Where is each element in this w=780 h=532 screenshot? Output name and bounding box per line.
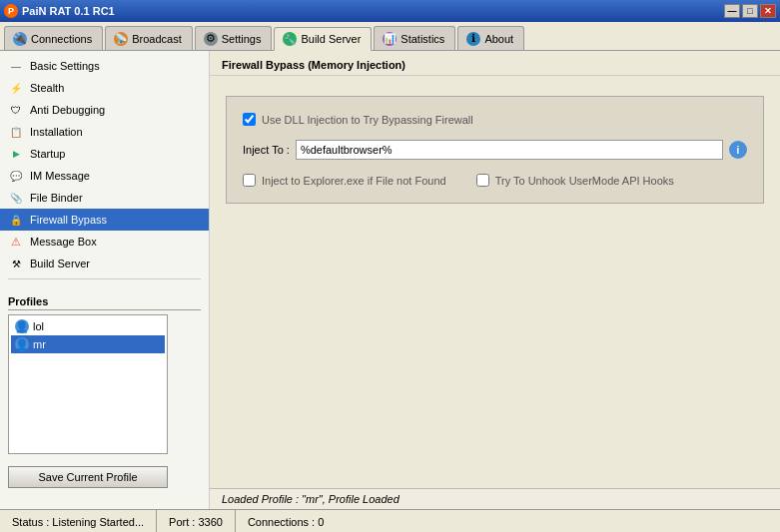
dll-injection-checkbox[interactable] (243, 113, 256, 126)
firewall-icon (8, 212, 24, 228)
sidebar-label-stealth: Stealth (30, 82, 64, 94)
tab-statistics[interactable]: Statistics (374, 26, 455, 50)
sidebar-label-buildserver: Build Server (30, 258, 90, 269)
sidebar-item-message-box[interactable]: Message Box (0, 231, 209, 253)
inject-explorer-label: Inject to Explorer.exe if File not Found (262, 175, 446, 187)
inject-to-label: Inject To : (243, 144, 290, 156)
tab-about[interactable]: About (457, 26, 524, 50)
tab-broadcast[interactable]: Broadcast (105, 26, 193, 50)
about-tab-icon (466, 32, 480, 46)
panel-body: Use DLL Injection to Try Bypassing Firew… (210, 76, 780, 488)
sidebar-divider (8, 278, 201, 279)
status-section-connections: Connections : 0 (236, 510, 336, 532)
status-text: Status : Listening Started... (12, 516, 144, 528)
minimize-button[interactable]: — (724, 4, 740, 18)
dll-injection-label: Use DLL Injection to Try Bypassing Firew… (262, 114, 473, 126)
sidebar-item-startup[interactable]: Startup (0, 143, 209, 165)
filebinder-icon (8, 190, 24, 206)
dll-injection-row: Use DLL Injection to Try Bypassing Firew… (243, 113, 747, 126)
profile-item-mr[interactable]: mr (11, 335, 165, 353)
statistics-tab-icon (383, 32, 396, 46)
sidebar-item-build-server[interactable]: Build Server (0, 253, 209, 274)
profile-label-lol: lol (33, 320, 44, 332)
panel-title: Firewall Bypass (Memory Injection) (210, 51, 780, 76)
app-icon: P (4, 4, 18, 18)
status-bar: Status : Listening Started... Port : 336… (0, 509, 780, 532)
profiles-section: Profiles lol mr (0, 291, 209, 458)
main-content: Basic Settings Stealth Anti Debugging In… (0, 51, 780, 509)
sidebar-item-anti-debugging[interactable]: Anti Debugging (0, 99, 209, 121)
firewall-options-container: Use DLL Injection to Try Bypassing Firew… (226, 96, 764, 204)
tab-bar: Connections Broadcast Settings Build Ser… (0, 22, 780, 51)
connections-tab-icon (13, 32, 27, 46)
basic-settings-icon (8, 58, 24, 74)
sidebar-label-filebinder: File Binder (30, 192, 83, 204)
tab-settings[interactable]: Settings (195, 26, 273, 50)
profile-icon-lol (15, 319, 29, 333)
sidebar-item-im-message[interactable]: IM Message (0, 165, 209, 187)
title-bar-buttons: — □ ✕ (724, 4, 776, 18)
sidebar-label-immessage: IM Message (30, 170, 90, 182)
unhook-checkbox[interactable] (476, 174, 489, 187)
profile-icon-mr (15, 337, 29, 351)
maximize-button[interactable]: □ (742, 4, 758, 18)
stealth-icon (8, 80, 24, 96)
unhook-row: Try To Unhook UserMode API Hooks (476, 174, 674, 187)
tab-buildserver-label: Build Server (301, 33, 361, 45)
tab-buildserver[interactable]: Build Server (274, 27, 372, 51)
inject-explorer-checkbox[interactable] (243, 174, 256, 187)
startup-icon (8, 146, 24, 162)
antidebug-icon (8, 102, 24, 118)
tab-connections-label: Connections (31, 33, 92, 45)
port-text: Port : 3360 (169, 516, 223, 528)
save-profile-button[interactable]: Save Current Profile (8, 466, 168, 488)
sidebar: Basic Settings Stealth Anti Debugging In… (0, 51, 210, 509)
tab-broadcast-label: Broadcast (132, 33, 182, 45)
sidebar-label-startup: Startup (30, 148, 65, 160)
sidebar-item-file-binder[interactable]: File Binder (0, 187, 209, 209)
inject-explorer-row: Inject to Explorer.exe if File not Found (243, 174, 446, 187)
status-section-port: Port : 3360 (157, 510, 236, 532)
broadcast-tab-icon (114, 32, 128, 46)
loaded-profile-text: Loaded Profile : "mr", Profile Loaded (222, 493, 399, 505)
profiles-list[interactable]: lol mr (8, 314, 168, 454)
sidebar-item-basic-settings[interactable]: Basic Settings (0, 55, 209, 77)
sidebar-item-stealth[interactable]: Stealth (0, 77, 209, 99)
right-panel: Firewall Bypass (Memory Injection) Use D… (210, 51, 780, 509)
unhook-label: Try To Unhook UserMode API Hooks (495, 175, 674, 187)
sidebar-item-installation[interactable]: Installation (0, 121, 209, 143)
app-title: PaiN RAT 0.1 RC1 (22, 5, 115, 17)
inject-to-row: Inject To : i (243, 140, 747, 160)
title-bar: P PaiN RAT 0.1 RC1 — □ ✕ (0, 0, 780, 22)
profile-item-lol[interactable]: lol (11, 317, 165, 335)
tab-connections[interactable]: Connections (4, 26, 103, 50)
loaded-profile-bar: Loaded Profile : "mr", Profile Loaded (210, 488, 780, 509)
inject-to-input[interactable] (296, 140, 723, 160)
sidebar-label-basic-settings: Basic Settings (30, 60, 100, 72)
status-section-status: Status : Listening Started... (0, 510, 157, 532)
immessage-icon (8, 168, 24, 184)
settings-tab-icon (204, 32, 218, 46)
connections-text: Connections : 0 (248, 516, 324, 528)
tab-statistics-label: Statistics (400, 33, 444, 45)
sidebar-label-firewall: Firewall Bypass (30, 214, 107, 226)
buildserveritem-icon (8, 256, 24, 271)
sidebar-label-antidebug: Anti Debugging (30, 104, 105, 116)
sidebar-label-messagebox: Message Box (30, 236, 97, 248)
options-row: Inject to Explorer.exe if File not Found… (243, 174, 747, 187)
tab-about-label: About (484, 33, 513, 45)
profile-label-mr: mr (33, 338, 46, 350)
sidebar-label-installation: Installation (30, 126, 83, 138)
title-bar-left: P PaiN RAT 0.1 RC1 (4, 4, 115, 18)
messagebox-icon (8, 234, 24, 250)
info-button[interactable]: i (729, 141, 747, 159)
buildserver-tab-icon (283, 32, 297, 46)
close-button[interactable]: ✕ (760, 4, 776, 18)
sidebar-item-firewall-bypass[interactable]: Firewall Bypass (0, 209, 209, 231)
tab-settings-label: Settings (222, 33, 262, 45)
profiles-label: Profiles (8, 295, 201, 310)
installation-icon (8, 124, 24, 140)
